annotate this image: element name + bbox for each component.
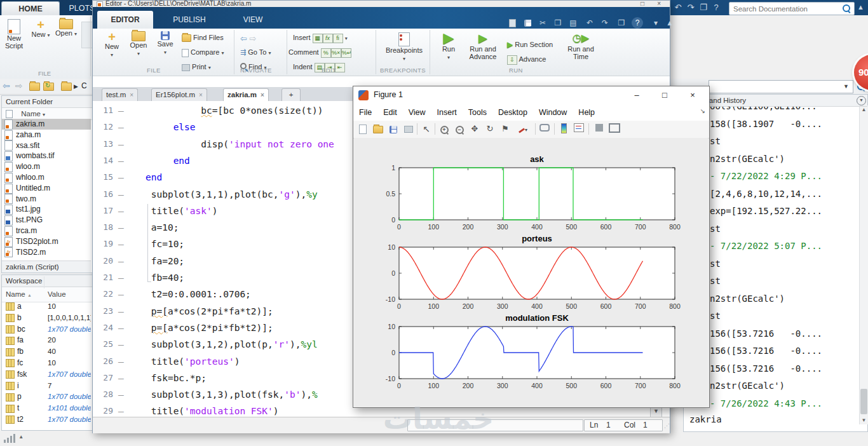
- workspace-title[interactable]: Workspace: [2, 275, 92, 287]
- file-row[interactable]: xsa.sfit: [2, 140, 91, 151]
- pointer-icon[interactable]: ↖: [421, 123, 432, 135]
- zoom-in-icon[interactable]: +: [438, 123, 450, 135]
- executable-line-dash[interactable]: —: [118, 370, 124, 386]
- file-row[interactable]: fxTISD2.m: [2, 247, 91, 258]
- executable-line-dash[interactable]: —: [118, 320, 124, 336]
- figure-menu-edit[interactable]: Edit: [377, 104, 403, 121]
- editor-close-icon[interactable]: ×: [657, 1, 661, 7]
- run-section-button[interactable]: ▶ Run Section: [507, 37, 553, 51]
- run-and-time-button[interactable]: ◷▶ Run and Time: [564, 31, 597, 60]
- figure-menu-desktop[interactable]: Desktop: [492, 104, 533, 121]
- windows-icon[interactable]: ❐: [698, 2, 709, 13]
- uncomment-icon[interactable]: %×: [331, 48, 341, 58]
- executable-line-dash[interactable]: —: [118, 102, 124, 119]
- new-script-button[interactable]: New Script: [1, 19, 27, 50]
- workspace-row[interactable]: fa20: [2, 335, 91, 346]
- workspace-row[interactable]: fsk1x707 double: [2, 369, 91, 381]
- figure-canvas[interactable]: ask010020030040050060070080000.51porteus…: [354, 138, 708, 407]
- insert-legend-icon[interactable]: [573, 123, 585, 135]
- doc-tab-zakria.m[interactable]: zakria.m×: [223, 88, 269, 101]
- ribbon-open-button[interactable]: Open▾: [126, 31, 151, 57]
- history-line[interactable]: st: [710, 133, 857, 151]
- history-line[interactable]: - 7/22/2022 5:07 P...: [710, 238, 857, 255]
- new-file-icon[interactable]: [506, 17, 519, 29]
- brush-icon[interactable]: ▾: [515, 123, 531, 135]
- file-row[interactable]: wombats.tif: [2, 151, 91, 161]
- resize-grip[interactable]: ⋰: [664, 422, 670, 429]
- goto-button[interactable]: ⇶ Go To ▾: [240, 48, 271, 57]
- paste-icon[interactable]: ▤: [567, 17, 580, 29]
- executable-line-dash[interactable]: —: [118, 403, 124, 417]
- link-plot-icon[interactable]: [539, 123, 550, 135]
- file-row[interactable]: trca.m: [2, 226, 91, 236]
- history-line[interactable]: st: [710, 307, 857, 325]
- figure-menu-window[interactable]: Window: [533, 104, 573, 121]
- rotate-3d-icon[interactable]: ↻: [484, 123, 496, 135]
- redo-icon[interactable]: ↷: [685, 2, 696, 13]
- history-line[interactable]: 158([38.1907 -0....: [710, 116, 857, 133]
- figure-minimize-icon[interactable]: –: [623, 86, 651, 104]
- ribbon-menu-icon[interactable]: ▾: [649, 17, 662, 29]
- dock-figure-icon[interactable]: ↘: [700, 107, 705, 114]
- history-line[interactable]: n2str(GEcalc'): [710, 377, 857, 395]
- insert-row[interactable]: Insert ▦fxfi ▾: [293, 34, 348, 43]
- file-row[interactable]: zakria.m: [2, 119, 91, 130]
- history-line[interactable]: st: [710, 220, 857, 238]
- pan-icon[interactable]: ✥: [469, 123, 480, 135]
- executable-line-dash[interactable]: —: [118, 336, 124, 353]
- figure-menu-tools[interactable]: Tools: [463, 104, 492, 121]
- executable-line-dash[interactable]: —: [118, 219, 124, 236]
- ribbon-new-button[interactable]: + New▾: [99, 31, 125, 58]
- file-row[interactable]: whloo.m: [2, 172, 91, 183]
- copy-icon[interactable]: ❐: [552, 17, 564, 29]
- navigate-back-icon[interactable]: ⇦ ⇨: [240, 34, 256, 43]
- figure-close-icon[interactable]: ×: [679, 86, 707, 104]
- history-line[interactable]: n2str(GEcalc'): [710, 151, 857, 168]
- data-cursor-icon[interactable]: ⚑: [499, 123, 511, 135]
- breadcrumb-folder-icon[interactable]: [61, 83, 72, 91]
- open-button[interactable]: Open ▾: [53, 19, 79, 37]
- history-line[interactable]: [2,4,6,8,10,12,14,...: [710, 186, 857, 203]
- executable-line-dash[interactable]: —: [118, 386, 124, 403]
- address-field[interactable]: [709, 80, 853, 93]
- new-tab-button[interactable]: +: [281, 88, 301, 101]
- executable-line-dash[interactable]: —: [118, 203, 124, 219]
- close-tab-icon[interactable]: ×: [199, 91, 203, 98]
- ribbon-save-button[interactable]: Save▾: [153, 31, 178, 55]
- file-row[interactable]: tst1.jpg: [2, 204, 91, 215]
- figure-menu-file[interactable]: File: [353, 104, 377, 121]
- doc-tab-Er156plot.m[interactable]: Er156plot.m×: [151, 88, 207, 101]
- comment-icon[interactable]: %: [321, 48, 331, 58]
- workspace-column-header[interactable]: Name ▲ Value: [2, 287, 92, 302]
- history-line[interactable]: 156([53.7216 -0....: [710, 360, 857, 378]
- up-folder-icon[interactable]: [29, 83, 40, 91]
- tab-view[interactable]: VIEW: [226, 11, 280, 29]
- file-row[interactable]: fxTISD2plot.m: [2, 236, 91, 247]
- wrap-comment-icon[interactable]: %↵: [341, 48, 351, 58]
- file-row[interactable]: zaha.m: [2, 130, 91, 140]
- zoom-out-icon[interactable]: −: [454, 123, 465, 135]
- workspace-row[interactable]: t1x101 double: [2, 403, 91, 414]
- help-icon[interactable]: ?: [710, 2, 722, 13]
- workspace-row[interactable]: fb40: [2, 346, 91, 358]
- history-line[interactable]: - 7/22/2022 4:29 P...: [710, 168, 857, 186]
- command-history-last-line[interactable]: zakria: [689, 414, 722, 424]
- executable-line-dash[interactable]: —: [118, 119, 124, 135]
- command-history-title[interactable]: Command History: [684, 95, 867, 107]
- advance-button[interactable]: ⇩ Advance: [507, 55, 546, 65]
- history-line[interactable]: n2str(GEcalc'): [710, 290, 857, 308]
- history-line[interactable]: st: [710, 255, 857, 273]
- workspace-row[interactable]: fc10: [2, 358, 91, 369]
- insert-colorbar-icon[interactable]: [558, 123, 569, 135]
- save-figure-icon[interactable]: [388, 123, 399, 135]
- figure-maximize-icon[interactable]: □: [651, 86, 679, 104]
- stack-windows-icon[interactable]: ❐: [615, 17, 628, 29]
- figure-title-bar[interactable]: Figure 1 – □ ×: [353, 86, 709, 105]
- minimize-toolstrip-icon[interactable]: ▲: [857, 3, 864, 11]
- tab-publish[interactable]: PUBLISH: [154, 11, 224, 29]
- show-plot-tools-icon[interactable]: [609, 123, 620, 135]
- breakpoints-button[interactable]: Breakpoints▾: [382, 32, 426, 62]
- help-icon[interactable]: ?: [632, 17, 643, 29]
- scroll-down-icon[interactable]: ▼: [860, 416, 868, 424]
- command-history-lines[interactable]: ools(GE1100,GE110...158([38.1907 -0....s…: [710, 98, 857, 414]
